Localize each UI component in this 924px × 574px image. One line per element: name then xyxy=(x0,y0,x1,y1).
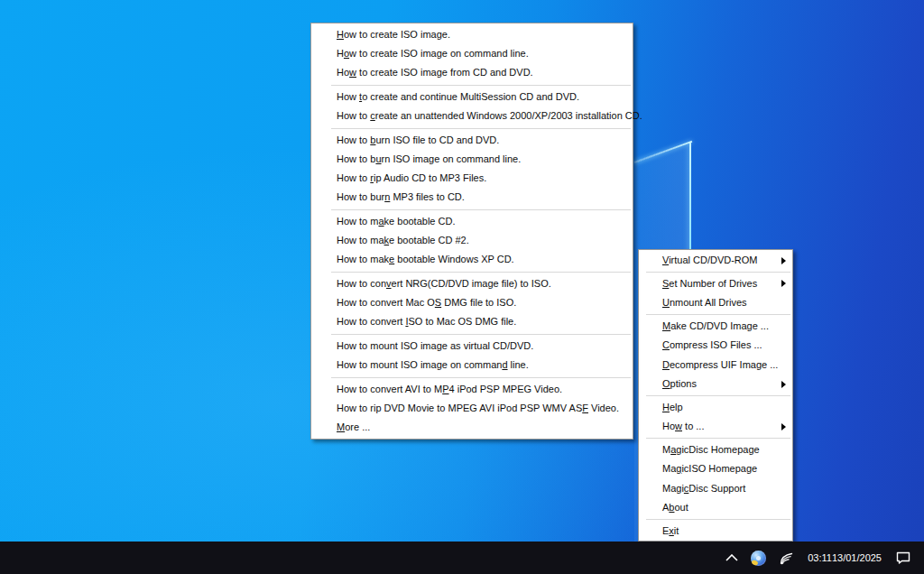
menu-separator xyxy=(331,209,631,210)
clock-time: 03:11 xyxy=(808,552,832,564)
menu-item[interactable]: MagicDisc Homepage xyxy=(639,440,792,460)
menu-item[interactable]: How to burn ISO image on command line. xyxy=(311,150,633,169)
menu-item[interactable]: Help xyxy=(639,398,792,418)
submenu-arrow-icon xyxy=(781,257,786,264)
menu-item[interactable]: How to mount ISO image on command line. xyxy=(311,356,633,375)
menu-item[interactable]: How to convert ISO to Mac OS DMG file. xyxy=(311,312,633,331)
menu-item[interactable]: Unmount All Drives xyxy=(639,293,792,313)
menu-item[interactable]: MagicDisc Support xyxy=(639,479,792,499)
submenu-arrow-icon xyxy=(781,423,786,430)
menu-item[interactable]: How to make bootable CD. xyxy=(311,212,633,231)
menu-separator xyxy=(331,377,631,378)
system-tray: 03:11 13/01/2025 xyxy=(719,542,924,574)
clock-date: 13/01/2025 xyxy=(832,552,882,564)
menu-item[interactable]: Exit xyxy=(639,522,792,542)
action-center-icon[interactable] xyxy=(889,542,924,574)
menu-item[interactable]: About xyxy=(639,498,792,518)
menu-item[interactable]: How to convert Mac OS DMG file to ISO. xyxy=(311,293,633,312)
menu-separator xyxy=(646,272,790,273)
menu-item[interactable]: How to burn MP3 files to CD. xyxy=(311,188,633,207)
menu-item[interactable]: How to create an unattended Windows 2000… xyxy=(311,106,633,125)
taskbar-clock[interactable]: 03:11 13/01/2025 xyxy=(800,542,889,574)
menu-separator xyxy=(331,128,631,129)
taskbar: 03:11 13/01/2025 xyxy=(0,542,924,574)
menu-item[interactable]: How to make bootable CD #2. xyxy=(311,231,633,250)
menu-item[interactable]: How to make bootable Windows XP CD. xyxy=(311,250,633,269)
menu-item[interactable]: How to burn ISO file to CD and DVD. xyxy=(311,131,633,150)
menu-separator xyxy=(331,272,631,273)
menu-separator xyxy=(331,85,631,86)
menu-item[interactable]: Decompress UIF Image ... xyxy=(639,356,792,375)
hidden-icons-chevron[interactable] xyxy=(719,542,744,574)
menu-separator xyxy=(646,395,790,396)
menu-item[interactable]: Virtual CD/DVD-ROM xyxy=(639,251,792,271)
menu-item[interactable]: How to create ISO image from CD and DVD. xyxy=(311,63,633,82)
menu-separator xyxy=(646,314,790,315)
magicdisc-tray-menu: Virtual CD/DVD-ROMSet Number of DrivesUn… xyxy=(638,249,793,542)
menu-item[interactable]: How to create ISO image. xyxy=(311,25,633,44)
menu-item[interactable]: How to rip DVD Movie to MPEG AVI iPod PS… xyxy=(311,399,633,418)
menu-item[interactable]: Compress ISO Files ... xyxy=(639,336,792,356)
menu-item[interactable]: How to rip Audio CD to MP3 Files. xyxy=(311,169,633,188)
menu-separator xyxy=(646,519,790,520)
magicdisc-tray-icon[interactable] xyxy=(744,542,772,574)
menu-item[interactable]: How to create ISO image on command line. xyxy=(311,44,633,63)
menu-separator xyxy=(646,438,790,439)
menu-item[interactable]: Options xyxy=(639,375,792,394)
howto-submenu: How to create ISO image.How to create IS… xyxy=(310,23,633,440)
menu-item[interactable]: Set Number of Drives xyxy=(639,274,792,294)
menu-item[interactable]: How to ... xyxy=(639,417,792,437)
menu-item[interactable]: Make CD/DVD Image ... xyxy=(639,317,792,337)
menu-item[interactable]: How to convert AVI to MP4 iPod PSP MPEG … xyxy=(311,380,633,399)
menu-item[interactable]: MagicISO Homepage xyxy=(639,459,792,479)
menu-item[interactable]: More ... xyxy=(311,418,633,437)
menu-separator xyxy=(331,334,631,335)
wifi-icon[interactable] xyxy=(772,542,800,574)
menu-item[interactable]: How to convert NRG(CD/DVD image file) to… xyxy=(311,274,633,293)
menu-item[interactable]: How to create and continue MultiSession … xyxy=(311,88,633,106)
submenu-arrow-icon xyxy=(781,381,786,388)
menu-item[interactable]: How to mount ISO image as virtual CD/DVD… xyxy=(311,337,633,356)
submenu-arrow-icon xyxy=(781,280,786,287)
